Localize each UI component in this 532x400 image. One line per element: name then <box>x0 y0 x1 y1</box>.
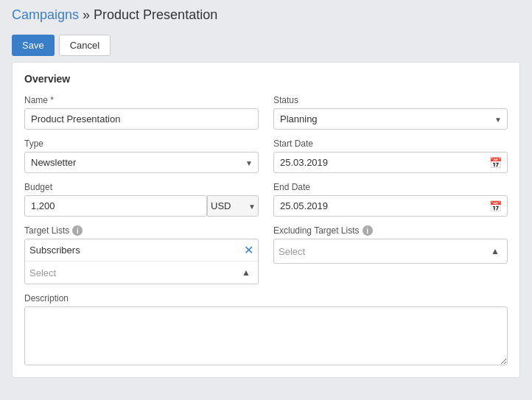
type-select[interactable]: Newsletter Email Social <box>24 152 259 173</box>
overview-card: Overview Name * Status Planning In Progr… <box>12 62 520 378</box>
save-button[interactable]: Save <box>12 35 55 56</box>
excl-select-container: Select ▲ <box>273 239 508 264</box>
breadcrumb-separator: » <box>79 7 94 22</box>
target-select-row: Select ▲ <box>25 262 258 284</box>
target-select-placeholder: Select <box>29 267 239 278</box>
status-group: Status Planning In Progress Done Cancell… <box>273 95 508 130</box>
status-label: Status <box>273 95 508 105</box>
excl-placeholder: Select <box>279 246 488 257</box>
cancel-button[interactable]: Cancel <box>59 35 111 56</box>
breadcrumb-current: Product Presentation <box>94 7 217 22</box>
type-select-wrapper: Newsletter Email Social <box>24 152 259 173</box>
budget-label: Budget <box>24 182 259 192</box>
start-date-wrapper: 📅 <box>273 152 508 173</box>
target-tag: Subscribers <box>29 245 244 256</box>
target-lists-info-icon: i <box>72 225 83 236</box>
budget-group: Budget USD EUR GBP <box>24 182 259 217</box>
description-label: Description <box>24 293 508 303</box>
end-date-group: End Date 📅 <box>273 182 508 217</box>
tag-row: Subscribers ✕ <box>25 239 258 262</box>
name-input[interactable] <box>24 108 259 130</box>
toolbar: Save Cancel <box>0 29 532 62</box>
breadcrumb-campaigns-link[interactable]: Campaigns <box>12 7 79 22</box>
breadcrumb: Campaigns » Product Presentation <box>12 7 520 23</box>
status-select[interactable]: Planning In Progress Done Cancelled <box>273 108 508 130</box>
budget-input[interactable] <box>24 195 207 217</box>
status-select-wrapper: Planning In Progress Done Cancelled <box>273 108 508 130</box>
currency-select[interactable]: USD EUR GBP <box>207 195 259 217</box>
end-date-wrapper: 📅 <box>273 195 508 217</box>
excl-chevron-up-button[interactable]: ▲ <box>488 245 503 258</box>
currency-select-wrapper: USD EUR GBP <box>207 195 259 217</box>
type-group: Type Newsletter Email Social <box>24 138 259 173</box>
description-group: Description <box>24 293 508 365</box>
target-chevron-up-button[interactable]: ▲ <box>239 266 253 279</box>
end-date-input[interactable] <box>273 195 508 217</box>
end-date-label: End Date <box>273 182 508 192</box>
target-lists-label: Target Lists i <box>24 225 259 236</box>
description-textarea[interactable] <box>24 306 508 365</box>
start-date-label: Start Date <box>273 138 508 149</box>
tag-remove-button[interactable]: ✕ <box>244 245 253 256</box>
start-date-input[interactable] <box>273 152 508 173</box>
excl-target-group: Excluding Target Lists i Select ▲ <box>273 225 508 284</box>
excl-target-label: Excluding Target Lists i <box>273 225 508 236</box>
type-label: Type <box>24 138 259 149</box>
target-lists-group: Target Lists i Subscribers ✕ Select ▲ <box>24 225 259 284</box>
budget-row: USD EUR GBP <box>24 195 259 217</box>
card-title: Overview <box>24 73 508 85</box>
start-date-group: Start Date 📅 <box>273 138 508 173</box>
name-label: Name * <box>24 95 259 105</box>
target-lists-container: Subscribers ✕ Select ▲ <box>24 239 259 284</box>
name-group: Name * <box>24 95 259 130</box>
end-date-calendar-icon[interactable]: 📅 <box>489 200 502 212</box>
page-header: Campaigns » Product Presentation <box>0 0 532 29</box>
form-grid: Name * Status Planning In Progress Done … <box>24 95 508 365</box>
start-date-calendar-icon[interactable]: 📅 <box>489 157 502 169</box>
excl-target-info-icon: i <box>363 225 373 236</box>
